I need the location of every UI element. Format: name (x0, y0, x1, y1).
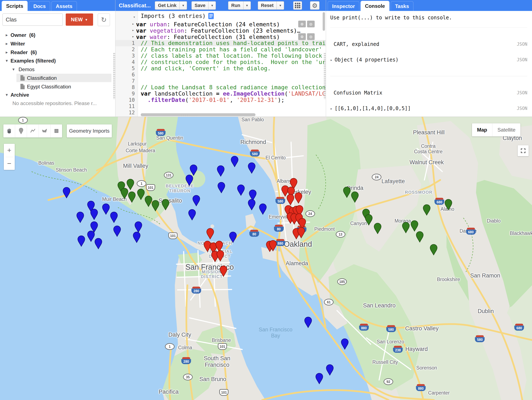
tree-item-file[interactable]: Classification (0, 74, 115, 82)
chevron-right-icon[interactable]: ▸ (132, 28, 134, 32)
polygon-tool-button[interactable] (39, 125, 51, 138)
map-marker-urban[interactable] (297, 227, 305, 238)
map-marker-water[interactable] (133, 231, 141, 243)
run-dropdown[interactable]: ▼ (243, 1, 251, 9)
tab-scripts[interactable]: Scripts (2, 1, 28, 11)
tab-docs[interactable]: Docs (29, 1, 50, 11)
map-marker-water[interactable] (217, 182, 225, 193)
map-marker-water[interactable] (190, 164, 197, 176)
map-marker-water[interactable] (217, 165, 225, 177)
apps-grid-button[interactable] (293, 1, 302, 10)
zoom-out-button[interactable]: − (4, 157, 15, 170)
code-line[interactable]: 8// Load the Landsat 8 scaled radiance i… (115, 84, 326, 91)
reset-dropdown[interactable]: ▼ (277, 1, 284, 9)
code-line[interactable]: 1// This demonstration uses hand-located… (115, 40, 326, 46)
tree-item-folder[interactable]: ▾Demos (0, 65, 115, 74)
console-entry-value[interactable]: Object (4 properties) (335, 57, 399, 63)
console-entry-value[interactable]: [[6,1,0],[1,4,0],[0,0,5]] (335, 106, 411, 111)
map-marker-water[interactable] (63, 187, 70, 198)
map-marker-water[interactable] (113, 225, 121, 237)
map-marker-vegetation[interactable] (128, 191, 136, 203)
tab-tasks[interactable]: Tasks (391, 1, 413, 11)
map-marker-water[interactable] (248, 162, 256, 174)
json-badge[interactable]: JSON (517, 106, 527, 111)
get-link-button[interactable]: Get Link ▼ (155, 1, 187, 10)
map-marker-vegetation[interactable] (343, 187, 351, 198)
chevron-right-icon[interactable]: ▸ (132, 34, 134, 38)
import-row-vegetation[interactable]: ▸var vegetation: FeatureCollection (23 e… (115, 27, 326, 34)
code-line[interactable]: 9var landsatCollection = ee.ImageCollect… (115, 91, 326, 97)
tree-item-folder[interactable]: ▸Writer (0, 40, 115, 48)
chevron-right-icon[interactable]: ▸ (6, 50, 8, 55)
map-marker-water[interactable] (77, 235, 85, 247)
map-marker-water[interactable] (102, 203, 110, 215)
chevron-right-icon[interactable]: ▸ (330, 106, 333, 111)
collapse-arrow-icon[interactable]: ▾ (133, 15, 135, 19)
chevron-right-icon[interactable]: ▸ (132, 22, 134, 26)
tree-item-folder[interactable]: ▾Examples (filtered) (0, 57, 115, 65)
code-line[interactable]: 10 .filterDate('2017-01-01', '2017-12-31… (115, 97, 326, 103)
new-script-button[interactable]: NEW ▼ (66, 13, 93, 26)
geometry-imports-button[interactable]: Geometry Imports (67, 125, 112, 138)
json-badge[interactable]: JSON (517, 42, 527, 47)
save-button[interactable]: Save ▼ (191, 1, 216, 10)
map-marker-water[interactable] (304, 317, 312, 328)
get-link-dropdown[interactable]: ▼ (179, 1, 187, 9)
map-marker-water[interactable] (229, 231, 237, 243)
map-marker-vegetation[interactable] (120, 188, 128, 199)
map-marker-water[interactable] (185, 175, 193, 186)
chevron-down-icon[interactable]: ▾ (6, 92, 8, 97)
panel-resize-handle-horizontal[interactable] (181, 114, 197, 116)
editor-body[interactable]: ▾ Imports (3 entries) ▸var urban: Featur… (115, 11, 326, 117)
map-marker-water[interactable] (259, 203, 267, 215)
map-type-button[interactable]: Map (472, 123, 492, 137)
json-badge[interactable]: JSON (517, 57, 527, 62)
tree-item-folder[interactable]: ▾Archive (0, 91, 115, 99)
map-marker-vegetation[interactable] (374, 223, 382, 234)
map-marker-vegetation[interactable] (162, 199, 170, 210)
map-marker-vegetation[interactable] (416, 231, 424, 243)
map-marker-water[interactable] (248, 199, 256, 210)
panel-resize-handle[interactable] (324, 53, 326, 99)
panel-resize-handle[interactable] (113, 53, 115, 99)
map-marker-vegetation[interactable] (430, 244, 438, 255)
map-marker-water[interactable] (192, 195, 200, 206)
chevron-down-icon[interactable]: ▾ (6, 58, 8, 63)
map-marker-water[interactable] (341, 338, 349, 350)
satellite-type-button[interactable]: Satellite (492, 123, 520, 137)
map-marker-water[interactable] (231, 156, 239, 167)
import-row-water[interactable]: ▸var water: FeatureCollection (31 elemen… (115, 34, 326, 40)
code-line[interactable]: 4// construction code for the points. Ho… (115, 59, 326, 65)
map-marker-vegetation[interactable] (444, 199, 452, 210)
map-marker-vegetation[interactable] (152, 200, 159, 211)
map-marker-water[interactable] (237, 184, 245, 196)
script-filter-input[interactable] (3, 13, 63, 26)
map-marker-water[interactable] (315, 373, 323, 384)
rectangle-tool-button[interactable] (51, 125, 62, 138)
settings-button[interactable]: ⚙ (310, 1, 319, 10)
import-settings-icon[interactable]: ⚙ (298, 21, 306, 27)
tree-item-file[interactable]: Egypt Classification (0, 83, 115, 91)
map-marker-water[interactable] (188, 209, 196, 220)
map-marker-vegetation[interactable] (351, 191, 359, 203)
code-line[interactable]: 3// class labels at that location. The f… (115, 53, 326, 59)
import-target-icon[interactable]: ◎ (307, 33, 315, 40)
tree-item-folder[interactable]: ▸Owner(6) (0, 31, 115, 40)
map-marker-water[interactable] (326, 364, 334, 375)
tab-inspector[interactable]: Inspector (328, 1, 359, 11)
map-canvas[interactable]: San PabloRichmondEl CerritoAlbanyBerkele… (0, 117, 532, 400)
map-marker-urban[interactable] (294, 192, 302, 204)
map-marker-water[interactable] (76, 212, 84, 223)
json-badge[interactable]: JSON (517, 90, 527, 95)
map-marker-water[interactable] (134, 221, 142, 233)
chevron-right-icon[interactable]: ▸ (6, 32, 8, 38)
tab-assets[interactable]: Assets (51, 1, 77, 11)
map-marker-urban[interactable] (206, 228, 214, 239)
refresh-button[interactable]: ↻ (98, 13, 110, 26)
code-line[interactable]: 2// Each training point has a field call… (115, 46, 326, 53)
code-line[interactable]: 7 (115, 78, 326, 84)
code-line[interactable]: 6 (115, 72, 326, 78)
run-button[interactable]: Run ▼ (228, 1, 251, 10)
map-marker-vegetation[interactable] (423, 204, 431, 216)
code-line[interactable]: 11 (115, 103, 326, 109)
